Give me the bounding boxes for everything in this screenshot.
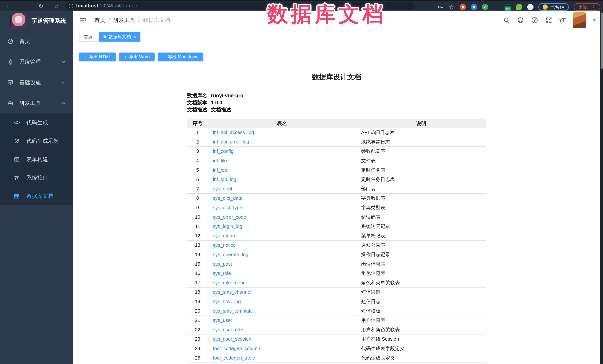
table-link[interactable]: sys_sms_channel bbox=[213, 289, 251, 295]
table-link[interactable]: sys_role_menu bbox=[213, 280, 246, 286]
breadcrumb-devtools[interactable]: 研发工具 bbox=[113, 17, 135, 24]
page-title: 数据库设计文档 bbox=[187, 72, 486, 82]
app-title: 芋道管理系统 bbox=[32, 17, 66, 25]
url-path: :1024/tool/db-doc bbox=[98, 3, 137, 9]
table-link[interactable]: inf_api_access_log bbox=[213, 130, 254, 135]
active-tab-dot bbox=[104, 35, 106, 38]
extension-leaf-icon[interactable] bbox=[516, 4, 522, 10]
sidebar-item-codegen[interactable]: </> 代码生成 bbox=[0, 113, 73, 132]
doc-meta-line: 文档版本:1.0.0 bbox=[187, 99, 486, 106]
table-link[interactable]: sys_dict_type bbox=[213, 205, 242, 210]
table-link[interactable]: sys_user bbox=[213, 317, 232, 323]
key-icon[interactable] bbox=[437, 4, 443, 10]
table-link[interactable]: inf_api_error_log bbox=[213, 139, 249, 144]
table-link[interactable]: sys_notice bbox=[213, 242, 236, 248]
table-link[interactable]: sys_user_role bbox=[213, 327, 243, 332]
table-row: 15 sys_post 岗位信息表 bbox=[187, 259, 486, 269]
code-icon: </> bbox=[13, 120, 21, 125]
extension-palette-icon[interactable] bbox=[493, 4, 499, 10]
export-word-button[interactable]: + 导出 Word bbox=[119, 53, 155, 61]
page-scrollbar[interactable] bbox=[600, 11, 603, 364]
sidebar-item-system[interactable]: 系统管理 bbox=[0, 52, 73, 72]
browser-forward-icon[interactable]: → bbox=[21, 2, 29, 9]
table-link[interactable]: inf_job bbox=[213, 167, 227, 173]
paused-badge[interactable]: 已暂停 bbox=[538, 3, 569, 11]
table-row: 5 inf_job 定时任务表 bbox=[187, 165, 486, 175]
site-info-icon[interactable]: i bbox=[69, 4, 73, 8]
table-row: 1 inf_api_access_log API 访问日志表 bbox=[187, 128, 486, 137]
table-link[interactable]: sys_login_log bbox=[213, 223, 242, 229]
caret-down-icon[interactable]: ▾ bbox=[593, 17, 596, 23]
sidebar-item-home[interactable]: 首页 bbox=[0, 31, 73, 52]
app-logo[interactable]: 芋道管理系统 bbox=[0, 11, 73, 31]
table-link[interactable]: sys_user_session bbox=[213, 336, 251, 342]
extensions-puzzle-icon[interactable] bbox=[527, 4, 533, 10]
table-link[interactable]: sys_sms_template bbox=[213, 308, 253, 314]
table-row: 6 inf_job_log 定时任务日志表 bbox=[187, 175, 486, 184]
table-row: 22 sys_user_role 用户和角色关联表 bbox=[187, 325, 486, 334]
extension-switch-icon[interactable]: on bbox=[504, 3, 511, 11]
menu-fold-icon[interactable] bbox=[79, 17, 87, 24]
table-link[interactable]: sys_sms_log bbox=[213, 299, 241, 304]
github-icon[interactable] bbox=[517, 17, 524, 24]
column-header-name: 表名 bbox=[208, 119, 356, 128]
doc-meta: 数据库名:ruoyi-vue-pro 文档版本:1.0.0 文档描述:文档描述 bbox=[187, 92, 486, 113]
breadcrumb-home[interactable]: 首页 bbox=[94, 17, 105, 24]
main-area: 首页 / 研发工具 / 数据库文档 ? bbox=[73, 11, 600, 364]
table-row: 18 sys_sms_channel 短信渠道 bbox=[187, 287, 486, 297]
scrollbar-thumb[interactable] bbox=[601, 12, 603, 69]
tab-db-doc[interactable]: 数据库文档 × bbox=[99, 32, 140, 42]
url-host: localhost bbox=[76, 3, 98, 9]
address-bar[interactable]: i localhost:1024/tool/db-doc bbox=[66, 2, 415, 10]
plus-icon: + bbox=[124, 54, 127, 60]
table-link[interactable]: sys_dict_data bbox=[213, 195, 243, 201]
column-header-desc: 说明 bbox=[356, 119, 486, 128]
column-header-no: 序号 bbox=[187, 119, 208, 128]
table-link[interactable]: sys_operate_log bbox=[213, 252, 248, 257]
plus-icon: + bbox=[84, 54, 87, 60]
briefcase-icon bbox=[7, 100, 14, 106]
doc-meta-line: 文档描述:文档描述 bbox=[187, 106, 486, 113]
table-link[interactable]: tool_codegen_table bbox=[213, 355, 255, 361]
table-link[interactable]: sys_menu bbox=[213, 233, 235, 239]
chevron-down-icon bbox=[61, 80, 66, 85]
table-link[interactable]: inf_file bbox=[213, 158, 227, 163]
table-link[interactable]: sys_role bbox=[213, 270, 231, 276]
sidebar-item-form-builder[interactable]: 表单构建 bbox=[0, 150, 73, 168]
extension-icon[interactable] bbox=[460, 4, 466, 10]
browser-home-icon[interactable]: ⌂ bbox=[53, 2, 61, 9]
kebab-menu-icon[interactable]: ⋮ bbox=[591, 4, 596, 10]
font-size-icon[interactable]: TT bbox=[559, 17, 566, 24]
avatar[interactable] bbox=[573, 12, 586, 28]
sidebar-item-infra[interactable]: 基础设施 bbox=[0, 72, 73, 93]
table-link[interactable]: sys_dept bbox=[213, 186, 232, 192]
table-row: 17 sys_role_menu 角色和菜单关联表 bbox=[187, 278, 486, 287]
table-link[interactable]: sys_post bbox=[213, 261, 232, 267]
extension-check-icon[interactable]: ✓ bbox=[482, 4, 488, 10]
devtools-submenu: </> 代码生成 代码生成示例 表单构建 bbox=[0, 113, 73, 205]
monitor-icon bbox=[7, 80, 14, 86]
search-icon[interactable] bbox=[503, 17, 510, 23]
table-link[interactable]: tool_codegen_column bbox=[213, 346, 260, 351]
sidebar-item-devtools[interactable]: 研发工具 bbox=[0, 93, 73, 113]
table-row: 7 sys_dept 部门表 bbox=[187, 184, 486, 194]
sidebar-item-codegen-demo[interactable]: 代码生成示例 bbox=[0, 132, 73, 150]
browser-back-icon[interactable]: ← bbox=[5, 2, 13, 9]
doc-meta-line: 数据库名:ruoyi-vue-pro bbox=[187, 92, 486, 99]
close-icon[interactable]: × bbox=[134, 34, 136, 39]
tab-home[interactable]: 首页 bbox=[80, 32, 97, 42]
browser-update-button[interactable]: 更新 ⋮ bbox=[574, 3, 600, 11]
sidebar-item-db-doc[interactable]: 数据库文档 bbox=[0, 187, 73, 205]
export-html-button[interactable]: + 导出 HTML bbox=[79, 53, 116, 61]
fullscreen-icon[interactable] bbox=[545, 17, 552, 24]
extension-pin-icon[interactable] bbox=[471, 4, 477, 10]
bookmark-star-icon[interactable]: ☆ bbox=[448, 4, 455, 10]
help-icon[interactable]: ? bbox=[531, 17, 538, 24]
table-link[interactable]: sys_error_code bbox=[213, 214, 246, 220]
export-markdown-button[interactable]: + 导出 Markdown bbox=[158, 53, 203, 61]
table-link[interactable]: inf_job_log bbox=[213, 176, 236, 182]
browser-chrome: ← → ↻ ⌂ i localhost:1024/tool/db-doc ☆ ✓… bbox=[0, 0, 603, 11]
table-link[interactable]: inf_config bbox=[213, 148, 233, 154]
sidebar-item-api[interactable]: 系统接口 bbox=[0, 168, 73, 187]
browser-reload-icon[interactable]: ↻ bbox=[37, 2, 45, 10]
